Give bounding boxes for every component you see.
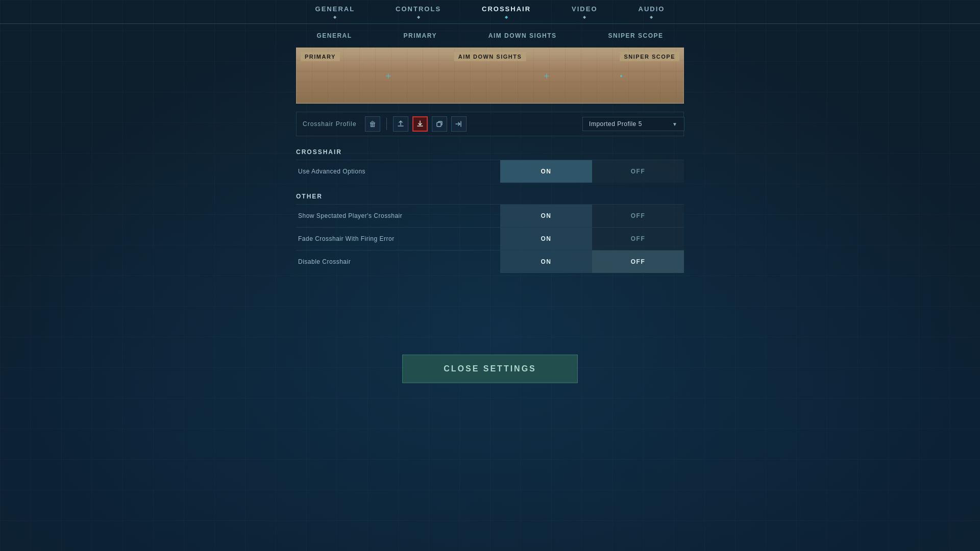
- sub-nav-sniper-scope[interactable]: SNIPER SCOPE: [603, 30, 669, 41]
- crosshair-preview: PRIMARY AIM DOWN SIGHTS SNIPER SCOPE: [296, 47, 684, 104]
- setting-row-spectated-crosshair: Show Spectated Player's Crosshair On Off: [296, 204, 684, 227]
- settings-panel: Crosshair Profile 🗑: [296, 112, 684, 273]
- sub-nav-ads[interactable]: AIM DOWN SIGHTS: [483, 30, 562, 41]
- preview-label-ads: AIM DOWN SIGHTS: [454, 52, 526, 61]
- copy-profile-button[interactable]: [432, 116, 447, 132]
- top-navigation: GENERAL CONTROLS CROSSHAIR VIDEO AUDIO: [315, 5, 665, 19]
- setting-row-fade-crosshair: Fade Crosshair With Firing Error On Off: [296, 227, 684, 250]
- download-profile-button[interactable]: [412, 116, 428, 132]
- crosshair-section-header: CROSSHAIR: [296, 146, 684, 158]
- sub-nav-general[interactable]: GENERAL: [311, 30, 357, 41]
- advanced-options-off-button[interactable]: Off: [592, 160, 684, 183]
- delete-profile-button[interactable]: 🗑: [365, 116, 380, 132]
- advanced-options-toggle: On Off: [500, 160, 684, 183]
- spectated-crosshair-off-button[interactable]: Off: [592, 205, 684, 227]
- nav-item-crosshair[interactable]: CROSSHAIR: [482, 5, 531, 19]
- nav-item-controls[interactable]: CONTROLS: [396, 5, 441, 19]
- fade-crosshair-label: Fade Crosshair With Firing Error: [296, 235, 500, 242]
- spectated-crosshair-label: Show Spectated Player's Crosshair: [296, 212, 500, 219]
- crosshair-sniper-indicator: [620, 75, 622, 77]
- nav-item-general[interactable]: GENERAL: [315, 5, 355, 19]
- top-nav-divider: [0, 23, 980, 24]
- nav-item-audio[interactable]: AUDIO: [639, 5, 665, 19]
- nav-item-video[interactable]: VIDEO: [572, 5, 597, 19]
- svg-rect-0: [437, 122, 441, 127]
- sub-nav-primary[interactable]: PRIMARY: [399, 30, 442, 41]
- profile-select[interactable]: Imported Profile 1 Imported Profile 2 Im…: [582, 117, 684, 131]
- setting-row-disable-crosshair: Disable Crosshair On Off: [296, 250, 684, 273]
- other-section-header: OTHER: [296, 191, 684, 202]
- disable-crosshair-on-button[interactable]: On: [500, 251, 592, 273]
- preview-label-primary: PRIMARY: [301, 52, 340, 61]
- preview-label-sniper: SNIPER SCOPE: [620, 52, 679, 61]
- disable-crosshair-off-button[interactable]: Off: [592, 251, 684, 273]
- spectated-crosshair-on-button[interactable]: On: [500, 205, 592, 227]
- close-settings-button[interactable]: CLOSE SETTINGS: [402, 355, 578, 383]
- sub-navigation: GENERAL PRIMARY AIM DOWN SIGHTS SNIPER S…: [291, 30, 689, 41]
- disable-crosshair-toggle: On Off: [500, 251, 684, 273]
- profile-toolbar-divider: [386, 118, 387, 130]
- profile-row-label: Crosshair Profile: [303, 120, 357, 128]
- fade-crosshair-toggle: On Off: [500, 228, 684, 250]
- setting-row-advanced-options: Use Advanced Options On Off: [296, 160, 684, 183]
- advanced-options-on-button[interactable]: On: [500, 160, 592, 183]
- spectated-crosshair-toggle: On Off: [500, 205, 684, 227]
- disable-crosshair-label: Disable Crosshair: [296, 258, 500, 265]
- import-profile-button[interactable]: [451, 116, 467, 132]
- profile-select-wrapper[interactable]: Imported Profile 1 Imported Profile 2 Im…: [582, 117, 677, 131]
- profile-row: Crosshair Profile 🗑: [296, 112, 684, 136]
- fade-crosshair-on-button[interactable]: On: [500, 228, 592, 250]
- fade-crosshair-off-button[interactable]: Off: [592, 228, 684, 250]
- advanced-options-label: Use Advanced Options: [296, 168, 500, 175]
- upload-profile-button[interactable]: [393, 116, 408, 132]
